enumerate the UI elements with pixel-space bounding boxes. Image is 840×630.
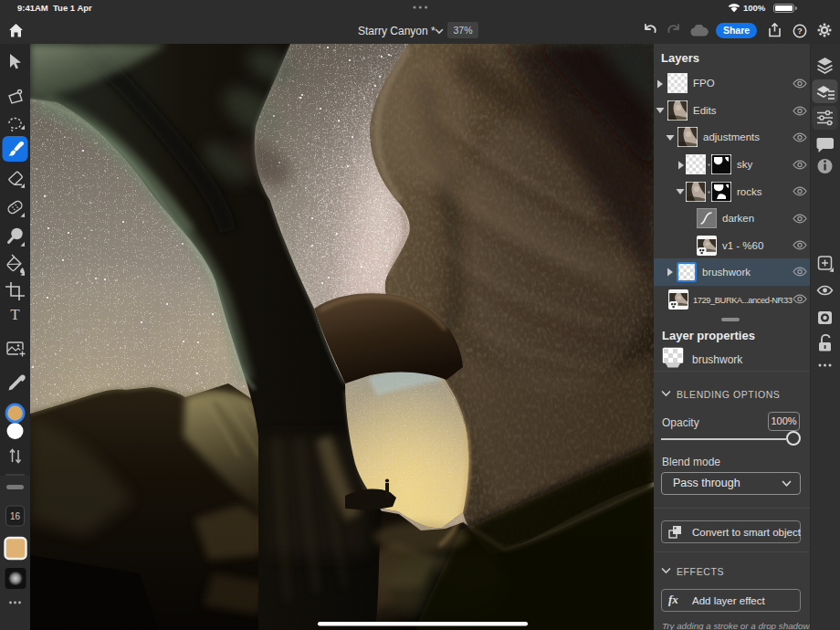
- svg-text:T: T: [10, 306, 20, 323]
- svg-text:?: ?: [797, 26, 803, 36]
- svg-text:16: 16: [10, 511, 21, 521]
